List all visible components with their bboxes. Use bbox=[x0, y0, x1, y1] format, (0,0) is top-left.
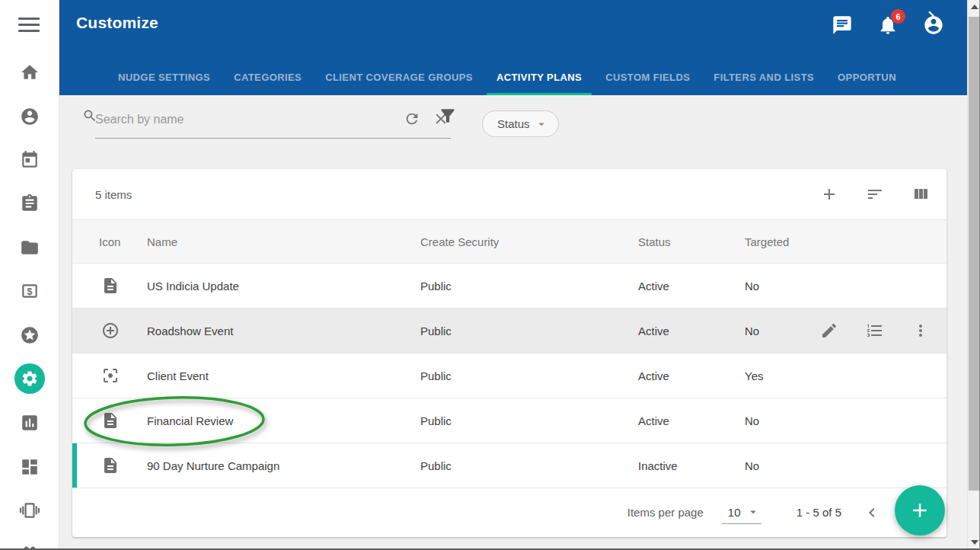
tab-bar: NUDGE SETTINGS CATEGORIES CLIENT COVERAG… bbox=[59, 61, 967, 95]
notifications-button[interactable]: 6 bbox=[877, 14, 899, 36]
sidebar: $ bbox=[0, 0, 59, 550]
tasks-clipboard-icon bbox=[20, 193, 40, 213]
row-targeted: Yes bbox=[745, 369, 763, 382]
tab-filters-and-lists[interactable]: FILTERS AND LISTS bbox=[704, 61, 824, 95]
sort-icon bbox=[866, 185, 884, 203]
table-row[interactable]: Roadshow Event Public Active No bbox=[72, 309, 946, 353]
items-per-page-label: Items per page bbox=[627, 506, 704, 519]
search-input[interactable] bbox=[95, 113, 393, 126]
app-header: Customize 6 NUDGE SETTINGS CATEGORIES CL… bbox=[59, 0, 967, 95]
scroll-up-arrow-icon bbox=[971, 5, 978, 9]
tab-categories[interactable]: CATEGORIES bbox=[224, 61, 311, 95]
app-window: $ Customize 6 bbox=[0, 0, 980, 550]
more-vert-icon bbox=[911, 321, 930, 340]
scroll-down-button[interactable] bbox=[968, 536, 980, 548]
table-row[interactable]: Financial Review Public Active No bbox=[72, 398, 946, 443]
row-targeted: No bbox=[745, 414, 759, 427]
sidebar-item-home[interactable] bbox=[14, 57, 45, 88]
filter-button[interactable] bbox=[438, 106, 458, 126]
items-per-page-value: 10 bbox=[728, 506, 741, 519]
table-row[interactable]: Client Event Public Active Yes bbox=[72, 353, 946, 398]
row-create-security: Public bbox=[420, 459, 452, 472]
circle-plus-icon bbox=[101, 321, 120, 340]
sidebar-item-calendar[interactable] bbox=[14, 145, 45, 175]
row-name: US Indicia Update bbox=[147, 280, 239, 293]
sidebar-item-tasks[interactable] bbox=[14, 188, 45, 219]
search-refresh-button[interactable] bbox=[404, 110, 422, 129]
tab-client-coverage-groups[interactable]: CLIENT COVERAGE GROUPS bbox=[315, 61, 483, 95]
add-plus-icon bbox=[820, 185, 838, 203]
column-header-icon: Icon bbox=[99, 235, 120, 248]
tab-nudge-settings[interactable]: NUDGE SETTINGS bbox=[108, 61, 220, 95]
tab-opportunities[interactable]: OPPORTUN bbox=[828, 61, 906, 95]
edit-button[interactable] bbox=[820, 321, 838, 340]
row-name: 90 Day Nurture Campaign bbox=[147, 459, 279, 472]
steps-list-button[interactable] bbox=[866, 321, 884, 340]
numbered-list-icon bbox=[866, 321, 884, 340]
favorites-star-icon bbox=[20, 325, 40, 345]
hamburger-menu-icon[interactable] bbox=[18, 18, 40, 32]
column-header-name: Name bbox=[147, 235, 177, 248]
more-options-button[interactable] bbox=[911, 321, 930, 340]
sidebar-item-dashboard[interactable] bbox=[14, 452, 45, 482]
tabs-scroll-right-button[interactable] bbox=[921, 6, 941, 26]
scrollbar-thumb[interactable] bbox=[969, 17, 980, 491]
row-targeted: No bbox=[745, 325, 759, 337]
row-create-security: Public bbox=[420, 280, 452, 293]
chat-button[interactable] bbox=[832, 14, 853, 36]
calendar-icon bbox=[20, 150, 40, 170]
document-icon bbox=[101, 456, 120, 475]
scroll-up-button[interactable] bbox=[968, 0, 980, 13]
chevron-down-icon bbox=[535, 117, 548, 131]
plus-icon bbox=[908, 499, 931, 522]
row-status: Active bbox=[638, 369, 669, 382]
contacts-person-icon bbox=[20, 107, 40, 126]
scroll-down-arrow-icon bbox=[971, 540, 978, 545]
filter-funnel-icon bbox=[438, 106, 458, 126]
columns-button[interactable] bbox=[911, 185, 930, 203]
page-title: Customize bbox=[76, 14, 158, 32]
sidebar-item-mobile[interactable] bbox=[14, 495, 45, 526]
svg-text:$: $ bbox=[27, 286, 33, 297]
sort-button[interactable] bbox=[866, 185, 884, 203]
row-status: Active bbox=[638, 414, 669, 427]
table-header-row: Icon Name Create Security Status Targete… bbox=[72, 220, 946, 264]
document-icon bbox=[101, 277, 120, 295]
dashboard-icon bbox=[20, 457, 40, 477]
column-header-status: Status bbox=[638, 235, 671, 248]
row-status: Active bbox=[638, 325, 669, 337]
status-filter-chip[interactable]: Status bbox=[482, 110, 559, 137]
add-activity-plan-fab[interactable] bbox=[895, 485, 945, 536]
row-create-security: Public bbox=[420, 325, 452, 337]
tab-activity-plans[interactable]: ACTIVITY PLANS bbox=[487, 61, 592, 95]
sidebar-item-favorites[interactable] bbox=[14, 320, 45, 350]
pagination: Items per page 10 1 - 5 of 5 bbox=[72, 488, 946, 536]
vertical-scrollbar[interactable] bbox=[967, 0, 980, 550]
search-field bbox=[95, 101, 451, 139]
reports-chart-icon bbox=[20, 413, 40, 433]
row-actions bbox=[793, 309, 946, 353]
pagination-range: 1 - 5 of 5 bbox=[796, 506, 841, 519]
row-name: Financial Review bbox=[147, 414, 233, 427]
sidebar-item-billing[interactable]: $ bbox=[14, 276, 45, 306]
sidebar-item-files[interactable] bbox=[14, 232, 45, 263]
items-count: 5 items bbox=[95, 188, 132, 201]
chevron-right-icon bbox=[921, 6, 941, 26]
document-icon bbox=[101, 411, 120, 430]
status-chip-label: Status bbox=[497, 117, 530, 130]
items-per-page-select[interactable]: 10 bbox=[722, 501, 761, 524]
previous-page-button[interactable] bbox=[863, 504, 881, 522]
tab-custom-fields[interactable]: CUSTOM FIELDS bbox=[595, 61, 700, 95]
selected-row-accent bbox=[72, 443, 77, 488]
row-create-security: Public bbox=[420, 369, 452, 382]
sidebar-item-contacts[interactable] bbox=[14, 101, 45, 132]
table-row[interactable]: US Indicia Update Public Active No bbox=[72, 264, 946, 309]
sidebar-item-settings[interactable] bbox=[14, 363, 45, 394]
sidebar-item-reports[interactable] bbox=[14, 408, 45, 438]
table-row[interactable]: 90 Day Nurture Campaign Public Inactive … bbox=[72, 443, 946, 488]
row-targeted: No bbox=[745, 280, 759, 293]
home-icon bbox=[20, 62, 40, 82]
edit-pencil-icon bbox=[820, 321, 838, 340]
add-item-button[interactable] bbox=[820, 185, 838, 203]
row-targeted: No bbox=[745, 459, 759, 472]
